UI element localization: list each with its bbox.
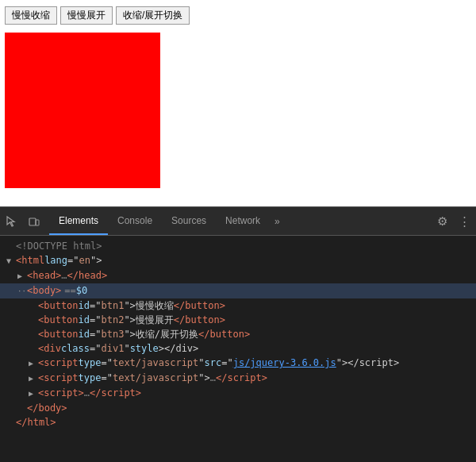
- head-line[interactable]: <head>…</head>: [0, 268, 476, 283]
- devtools-toolbar: Elements Console Sources Network » ⚙ ⋮: [0, 207, 476, 236]
- script3-triangle[interactable]: [29, 387, 38, 401]
- div-line[interactable]: <div class="div1" style></div>: [0, 341, 476, 356]
- tab-elements[interactable]: Elements: [49, 207, 108, 235]
- script1-triangle[interactable]: [29, 356, 38, 371]
- device-icon[interactable]: [25, 213, 43, 230]
- doctype-line: <!DOCTYPE html>: [0, 239, 476, 253]
- script2-line[interactable]: <script type="text/javascript">…</script…: [0, 371, 476, 386]
- inspect-icon[interactable]: [3, 213, 21, 230]
- html-open-line[interactable]: <html lang="en">: [0, 253, 476, 268]
- button-row: 慢慢收缩 慢慢展开 收缩/展开切换: [5, 6, 471, 25]
- devtools-panel: Elements Console Sources Network » ⚙ ⋮ <…: [0, 206, 476, 462]
- html-close-line: </html>: [0, 415, 476, 429]
- script1-line[interactable]: <script type="text/javascript" src="js/j…: [0, 356, 476, 371]
- btn3[interactable]: 收缩/展开切换: [116, 6, 190, 25]
- script3-line[interactable]: <script>…</script>: [0, 386, 476, 401]
- head-triangle[interactable]: [17, 269, 27, 283]
- devtools-tabs: Elements Console Sources Network »: [49, 207, 285, 235]
- toolbar-right: ⚙ ⋮: [433, 213, 473, 230]
- btn2[interactable]: 慢慢展开: [60, 6, 113, 25]
- toolbar-icons: [3, 213, 43, 230]
- settings-icon[interactable]: ⚙: [433, 213, 451, 230]
- svg-rect-0: [29, 218, 36, 225]
- browser-viewport: 慢慢收缩 慢慢展开 收缩/展开切换: [0, 0, 476, 206]
- tab-console[interactable]: Console: [108, 207, 162, 235]
- script2-triangle[interactable]: [29, 372, 38, 386]
- body-close-line: </body>: [0, 401, 476, 415]
- btn1[interactable]: 慢慢收缩: [5, 6, 57, 25]
- btn2-line[interactable]: <button id="btn2">慢慢展开</button>: [0, 313, 476, 327]
- html-triangle[interactable]: [6, 254, 16, 268]
- tab-network[interactable]: Network: [216, 207, 270, 235]
- tab-more-button[interactable]: »: [270, 207, 285, 235]
- more-options-icon[interactable]: ⋮: [455, 213, 473, 230]
- tab-sources[interactable]: Sources: [162, 207, 216, 235]
- btn3-line[interactable]: <button id="btn3">收缩/展开切换</button>: [0, 327, 476, 341]
- red-box: [5, 33, 160, 188]
- btn1-line[interactable]: <button id="btn1">慢慢收缩</button>: [0, 298, 476, 313]
- body-open-line[interactable]: ··· <body> == $0: [0, 283, 476, 298]
- dom-tree: <!DOCTYPE html> <html lang="en"> <head>……: [0, 236, 476, 462]
